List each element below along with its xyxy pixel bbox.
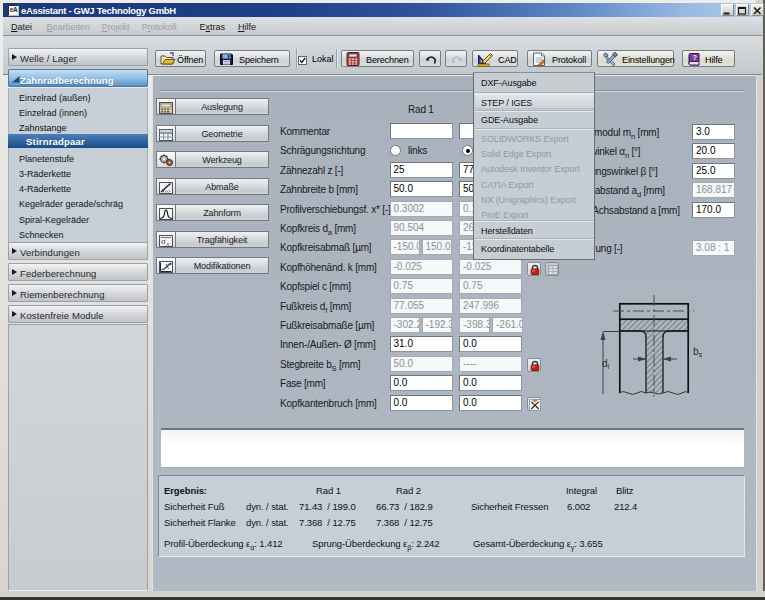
svg-text:?: ?	[693, 53, 698, 62]
svg-text:x: x	[166, 239, 170, 246]
svg-text:bs: bs	[693, 346, 703, 359]
